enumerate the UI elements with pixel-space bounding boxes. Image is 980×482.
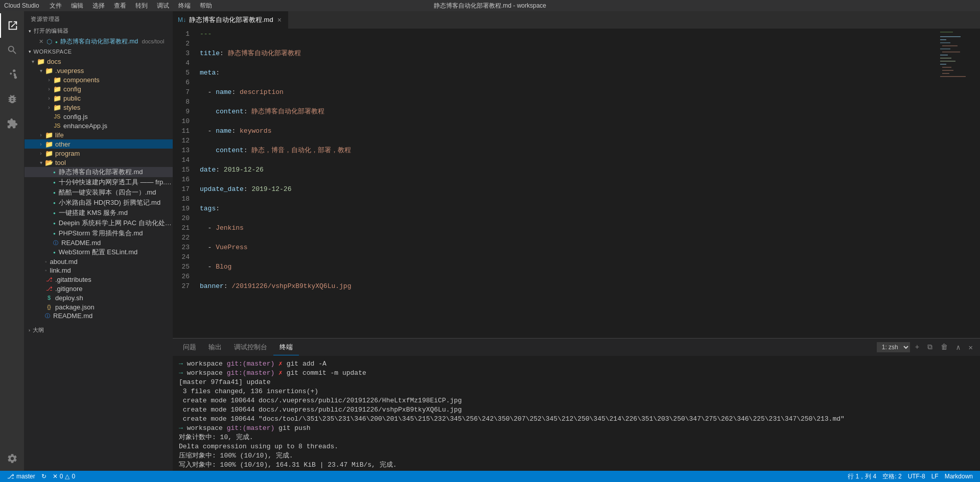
tree-item-about[interactable]: › ◦ about.md bbox=[25, 257, 173, 266]
tree-item-gitignore[interactable]: › ⎇ .gitignore bbox=[25, 284, 173, 293]
panel-actions: 1: zsh + ⧉ 🗑 ∧ ✕ bbox=[877, 342, 976, 353]
code-editor[interactable]: --- title: 静态博客自动化部署教程 meta: - name: des… bbox=[196, 29, 939, 338]
tree-item-enhancejs[interactable]: › JS enhanceApp.js bbox=[25, 121, 173, 130]
tree-item-public[interactable]: › 📁 public bbox=[25, 93, 173, 103]
tree-item-life[interactable]: › 📁 life bbox=[25, 130, 173, 139]
encoding-text: UTF-8 bbox=[908, 473, 925, 480]
svg-rect-13 bbox=[942, 70, 953, 71]
open-editors-section[interactable]: ▾ 打开的编辑器 bbox=[25, 25, 173, 37]
tree-item-kms[interactable]: › ● 一键搭建 KMS 服务.md bbox=[25, 208, 173, 218]
panel-tab-output[interactable]: 输出 bbox=[202, 340, 228, 355]
tree-item-packagejson[interactable]: › {} package.json bbox=[25, 302, 173, 311]
svg-rect-5 bbox=[942, 45, 958, 46]
tree-item-static-deploy[interactable]: › ● 静态博客自动化部署教程.md bbox=[25, 167, 173, 177]
tree-item-tool[interactable]: ▾ 📂 tool bbox=[25, 158, 173, 167]
editor-viewport[interactable]: 1 2 3 4 5 6 7 8 9 10 11 12 13 14 15 16 1 bbox=[173, 29, 980, 338]
tree-item-configjs[interactable]: › JS config.js bbox=[25, 112, 173, 121]
error-count: 0 bbox=[60, 473, 63, 480]
panel-tab-debugconsole[interactable]: 调试控制台 bbox=[228, 340, 273, 355]
menu-select[interactable]: 选择 bbox=[88, 1, 109, 11]
title-bar: Cloud Studio 文件 编辑 选择 查看 转到 调试 终端 帮助 静态博… bbox=[0, 0, 980, 11]
tree-item-deploysh[interactable]: › $ deploy.sh bbox=[25, 293, 173, 302]
js-file-icon: JS bbox=[53, 112, 61, 120]
menu-edit[interactable]: 编辑 bbox=[67, 1, 87, 11]
add-terminal-button[interactable]: + bbox=[912, 342, 922, 352]
editor-area: M↓ 静态博客自动化部署教程.md × 1 2 3 4 5 6 7 8 9 bbox=[173, 11, 980, 471]
activity-git[interactable] bbox=[0, 62, 25, 87]
modified-dot: ● bbox=[53, 170, 56, 175]
svg-rect-8 bbox=[940, 55, 948, 56]
activity-explorer[interactable] bbox=[0, 13, 25, 38]
tree-item-docs[interactable]: ▾ 📁 docs bbox=[25, 57, 173, 66]
tree-item-frp[interactable]: › ● 十分钟快速建内网穿透工具 —— frp.md bbox=[25, 177, 173, 187]
line-numbers: 1 2 3 4 5 6 7 8 9 10 11 12 13 14 15 16 1 bbox=[173, 29, 196, 338]
cursor-position[interactable]: 行 1，列 4 bbox=[845, 471, 879, 482]
close-panel-button[interactable]: ✕ bbox=[966, 342, 976, 353]
terminal-content[interactable]: → workspace git:(master) ✗ git add -A → … bbox=[173, 356, 980, 471]
kill-terminal-button[interactable]: 🗑 bbox=[938, 342, 951, 352]
encoding-status[interactable]: UTF-8 bbox=[905, 471, 928, 482]
modified-dot: ● bbox=[53, 180, 56, 185]
terminal-select[interactable]: 1: zsh bbox=[877, 342, 910, 352]
svg-rect-10 bbox=[940, 61, 955, 62]
tree-item-gitattributes[interactable]: › ⎇ .gitattributes bbox=[25, 275, 173, 284]
language-status[interactable]: Markdown bbox=[942, 471, 976, 482]
warning-icon: △ bbox=[65, 473, 69, 480]
tree-item-readme-tool[interactable]: › ⓘ README.md bbox=[25, 238, 173, 247]
tree-item-vuepress[interactable]: ▾ 📁 .vuepress bbox=[25, 66, 173, 75]
tree-item-components[interactable]: › 📁 components bbox=[25, 75, 173, 84]
tree-item-readme-root[interactable]: › ⓘ README.md bbox=[25, 311, 173, 320]
git-file-icon: ⎇ bbox=[45, 275, 53, 283]
workspace-section[interactable]: ▾ WORKSPACE bbox=[25, 46, 173, 57]
activity-search[interactable] bbox=[0, 38, 25, 62]
open-editor-item[interactable]: ✕ ⬡ ● 静态博客自动化部署教程.md docs/tool bbox=[25, 37, 173, 46]
split-terminal-button[interactable]: ⧉ bbox=[924, 342, 936, 352]
chevron-down-icon: ▾ bbox=[37, 160, 45, 165]
tab-close-button[interactable]: × bbox=[276, 16, 283, 24]
json-file-icon: {} bbox=[45, 303, 53, 311]
open-editor-label[interactable]: ● 静态博客自动化部署教程.md docs/tool bbox=[55, 37, 165, 46]
folder-icon: 📁 bbox=[45, 66, 53, 75]
tree-item-xiaomi[interactable]: › ● 小米路由器 HD(R3D) 折腾笔记.md bbox=[25, 198, 173, 208]
tree-item-program[interactable]: › 📁 program bbox=[25, 149, 173, 158]
menu-view[interactable]: 查看 bbox=[110, 1, 130, 11]
menu-goto[interactable]: 转到 bbox=[131, 1, 152, 11]
tree-item-other[interactable]: › 📁 other bbox=[25, 139, 173, 149]
tree-item-webstorm[interactable]: › ● WebStorm 配置 ESLint.md bbox=[25, 247, 173, 257]
tree-item-phpstorm[interactable]: › ● PHPStorm 常用插件集合.md bbox=[25, 228, 173, 238]
svg-rect-9 bbox=[940, 58, 951, 59]
errors-status[interactable]: ✕ 0 △ 0 bbox=[50, 471, 78, 482]
line-ending-status[interactable]: LF bbox=[928, 471, 942, 482]
maximize-panel-button[interactable]: ∧ bbox=[953, 342, 963, 353]
panel-tab-terminal[interactable]: 终端 bbox=[273, 340, 299, 355]
menu-debug[interactable]: 调试 bbox=[153, 1, 173, 11]
svg-rect-0 bbox=[939, 29, 980, 259]
outline-header[interactable]: › 大纲 bbox=[25, 324, 173, 336]
position-text: 行 1，列 4 bbox=[848, 472, 876, 481]
tree-item-link[interactable]: › ◦ link.md bbox=[25, 266, 173, 275]
menu-help[interactable]: 帮助 bbox=[196, 1, 216, 11]
modified-dot: ● bbox=[53, 231, 56, 236]
activity-extensions[interactable] bbox=[0, 111, 25, 136]
close-icon[interactable]: ✕ bbox=[37, 38, 45, 46]
menu-file[interactable]: 文件 bbox=[45, 1, 66, 11]
tree-item-install[interactable]: › ● 酷酷一键安装脚本（四合一）.md bbox=[25, 187, 173, 198]
sync-status[interactable]: ↻ bbox=[38, 471, 50, 482]
menu-terminal[interactable]: 终端 bbox=[174, 1, 195, 11]
folder-icon: 📁 bbox=[45, 140, 53, 148]
activity-settings[interactable] bbox=[0, 446, 25, 471]
editor-tab-main[interactable]: M↓ 静态博客自动化部署教程.md × bbox=[173, 11, 288, 29]
sidebar: 资源管理器 ▾ 打开的编辑器 ✕ ⬡ ● 静态博客自动化部署教程.md docs… bbox=[25, 11, 173, 471]
activity-debug[interactable] bbox=[0, 87, 25, 111]
js-file-icon: JS bbox=[53, 122, 61, 130]
tree-item-deepin[interactable]: › ● Deepin 系统科学上网 PAC 自动化处理.md bbox=[25, 218, 173, 228]
language-text: Markdown bbox=[945, 473, 973, 480]
panel-tab-problems[interactable]: 问题 bbox=[177, 340, 202, 355]
git-branch-status[interactable]: ⎇ master bbox=[4, 471, 38, 482]
tree-item-styles[interactable]: › 📁 styles bbox=[25, 103, 173, 112]
explorer-tree[interactable]: ▾ 打开的编辑器 ✕ ⬡ ● 静态博客自动化部署教程.md docs/tool … bbox=[25, 25, 173, 471]
indentation-status[interactable]: 空格: 2 bbox=[879, 471, 904, 482]
tree-item-config[interactable]: › 📁 config bbox=[25, 84, 173, 93]
folder-icon: 📁 bbox=[53, 76, 61, 84]
chevron-right-icon: › bbox=[45, 77, 53, 83]
